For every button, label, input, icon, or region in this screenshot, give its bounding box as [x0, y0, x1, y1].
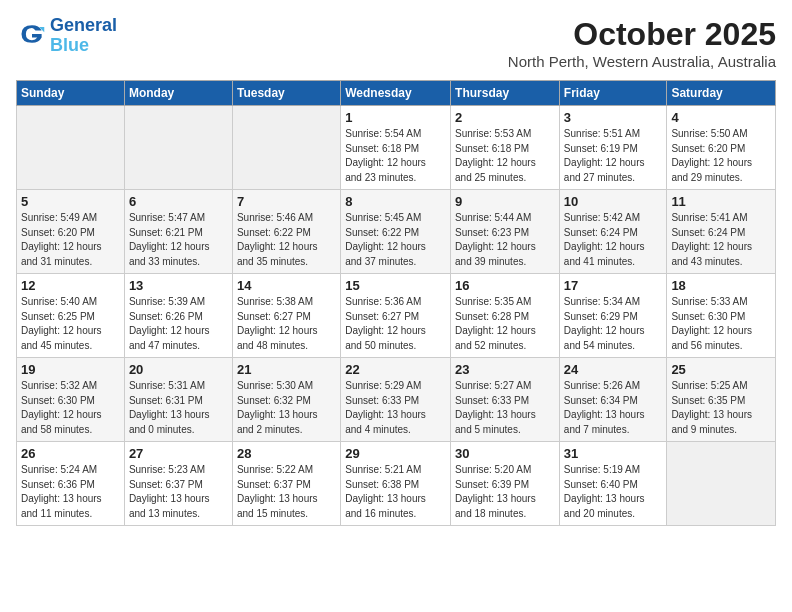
calendar-day-cell — [124, 106, 232, 190]
day-info: Sunrise: 5:20 AM Sunset: 6:39 PM Dayligh… — [455, 463, 555, 521]
day-number: 12 — [21, 278, 120, 293]
weekday-header-saturday: Saturday — [667, 81, 776, 106]
calendar-day-cell: 16Sunrise: 5:35 AM Sunset: 6:28 PM Dayli… — [451, 274, 560, 358]
day-info: Sunrise: 5:27 AM Sunset: 6:33 PM Dayligh… — [455, 379, 555, 437]
day-number: 25 — [671, 362, 771, 377]
day-info: Sunrise: 5:40 AM Sunset: 6:25 PM Dayligh… — [21, 295, 120, 353]
location-title: North Perth, Western Australia, Australi… — [508, 53, 776, 70]
day-number: 21 — [237, 362, 336, 377]
calendar-day-cell — [232, 106, 340, 190]
day-info: Sunrise: 5:35 AM Sunset: 6:28 PM Dayligh… — [455, 295, 555, 353]
day-info: Sunrise: 5:34 AM Sunset: 6:29 PM Dayligh… — [564, 295, 663, 353]
general-blue-icon — [18, 20, 46, 48]
weekday-header-tuesday: Tuesday — [232, 81, 340, 106]
calendar-day-cell: 30Sunrise: 5:20 AM Sunset: 6:39 PM Dayli… — [451, 442, 560, 526]
calendar-day-cell: 31Sunrise: 5:19 AM Sunset: 6:40 PM Dayli… — [559, 442, 667, 526]
day-info: Sunrise: 5:23 AM Sunset: 6:37 PM Dayligh… — [129, 463, 228, 521]
day-info: Sunrise: 5:32 AM Sunset: 6:30 PM Dayligh… — [21, 379, 120, 437]
day-info: Sunrise: 5:22 AM Sunset: 6:37 PM Dayligh… — [237, 463, 336, 521]
day-number: 26 — [21, 446, 120, 461]
day-info: Sunrise: 5:46 AM Sunset: 6:22 PM Dayligh… — [237, 211, 336, 269]
day-number: 20 — [129, 362, 228, 377]
day-info: Sunrise: 5:21 AM Sunset: 6:38 PM Dayligh… — [345, 463, 446, 521]
calendar-day-cell: 17Sunrise: 5:34 AM Sunset: 6:29 PM Dayli… — [559, 274, 667, 358]
calendar-day-cell: 9Sunrise: 5:44 AM Sunset: 6:23 PM Daylig… — [451, 190, 560, 274]
calendar-day-cell — [17, 106, 125, 190]
day-number: 7 — [237, 194, 336, 209]
day-info: Sunrise: 5:50 AM Sunset: 6:20 PM Dayligh… — [671, 127, 771, 185]
calendar-day-cell: 10Sunrise: 5:42 AM Sunset: 6:24 PM Dayli… — [559, 190, 667, 274]
calendar-day-cell: 8Sunrise: 5:45 AM Sunset: 6:22 PM Daylig… — [341, 190, 451, 274]
day-number: 14 — [237, 278, 336, 293]
calendar-day-cell: 15Sunrise: 5:36 AM Sunset: 6:27 PM Dayli… — [341, 274, 451, 358]
day-number: 10 — [564, 194, 663, 209]
calendar-day-cell: 5Sunrise: 5:49 AM Sunset: 6:20 PM Daylig… — [17, 190, 125, 274]
calendar-day-cell: 3Sunrise: 5:51 AM Sunset: 6:19 PM Daylig… — [559, 106, 667, 190]
day-number: 3 — [564, 110, 663, 125]
day-info: Sunrise: 5:44 AM Sunset: 6:23 PM Dayligh… — [455, 211, 555, 269]
calendar-week-row: 26Sunrise: 5:24 AM Sunset: 6:36 PM Dayli… — [17, 442, 776, 526]
logo-text: General Blue — [50, 16, 117, 56]
calendar-day-cell: 12Sunrise: 5:40 AM Sunset: 6:25 PM Dayli… — [17, 274, 125, 358]
day-number: 18 — [671, 278, 771, 293]
weekday-header-row: SundayMondayTuesdayWednesdayThursdayFrid… — [17, 81, 776, 106]
day-info: Sunrise: 5:36 AM Sunset: 6:27 PM Dayligh… — [345, 295, 446, 353]
day-number: 29 — [345, 446, 446, 461]
calendar-day-cell: 18Sunrise: 5:33 AM Sunset: 6:30 PM Dayli… — [667, 274, 776, 358]
calendar-week-row: 5Sunrise: 5:49 AM Sunset: 6:20 PM Daylig… — [17, 190, 776, 274]
calendar-week-row: 19Sunrise: 5:32 AM Sunset: 6:30 PM Dayli… — [17, 358, 776, 442]
day-number: 15 — [345, 278, 446, 293]
day-info: Sunrise: 5:26 AM Sunset: 6:34 PM Dayligh… — [564, 379, 663, 437]
weekday-header-wednesday: Wednesday — [341, 81, 451, 106]
day-number: 11 — [671, 194, 771, 209]
day-number: 9 — [455, 194, 555, 209]
day-info: Sunrise: 5:29 AM Sunset: 6:33 PM Dayligh… — [345, 379, 446, 437]
calendar-day-cell: 21Sunrise: 5:30 AM Sunset: 6:32 PM Dayli… — [232, 358, 340, 442]
day-info: Sunrise: 5:33 AM Sunset: 6:30 PM Dayligh… — [671, 295, 771, 353]
calendar-day-cell: 27Sunrise: 5:23 AM Sunset: 6:37 PM Dayli… — [124, 442, 232, 526]
day-info: Sunrise: 5:39 AM Sunset: 6:26 PM Dayligh… — [129, 295, 228, 353]
weekday-header-friday: Friday — [559, 81, 667, 106]
day-number: 16 — [455, 278, 555, 293]
calendar-week-row: 12Sunrise: 5:40 AM Sunset: 6:25 PM Dayli… — [17, 274, 776, 358]
calendar-day-cell: 1Sunrise: 5:54 AM Sunset: 6:18 PM Daylig… — [341, 106, 451, 190]
day-number: 22 — [345, 362, 446, 377]
calendar-day-cell: 29Sunrise: 5:21 AM Sunset: 6:38 PM Dayli… — [341, 442, 451, 526]
calendar-day-cell: 4Sunrise: 5:50 AM Sunset: 6:20 PM Daylig… — [667, 106, 776, 190]
day-info: Sunrise: 5:19 AM Sunset: 6:40 PM Dayligh… — [564, 463, 663, 521]
calendar-day-cell: 28Sunrise: 5:22 AM Sunset: 6:37 PM Dayli… — [232, 442, 340, 526]
page-header: General Blue October 2025 North Perth, W… — [16, 16, 776, 74]
day-info: Sunrise: 5:49 AM Sunset: 6:20 PM Dayligh… — [21, 211, 120, 269]
title-block: October 2025 North Perth, Western Austra… — [508, 16, 776, 70]
day-info: Sunrise: 5:53 AM Sunset: 6:18 PM Dayligh… — [455, 127, 555, 185]
logo: General Blue — [16, 16, 117, 56]
day-number: 1 — [345, 110, 446, 125]
day-number: 6 — [129, 194, 228, 209]
calendar-day-cell: 7Sunrise: 5:46 AM Sunset: 6:22 PM Daylig… — [232, 190, 340, 274]
calendar-day-cell: 11Sunrise: 5:41 AM Sunset: 6:24 PM Dayli… — [667, 190, 776, 274]
calendar-day-cell: 14Sunrise: 5:38 AM Sunset: 6:27 PM Dayli… — [232, 274, 340, 358]
weekday-header-sunday: Sunday — [17, 81, 125, 106]
day-info: Sunrise: 5:47 AM Sunset: 6:21 PM Dayligh… — [129, 211, 228, 269]
day-number: 23 — [455, 362, 555, 377]
day-info: Sunrise: 5:25 AM Sunset: 6:35 PM Dayligh… — [671, 379, 771, 437]
day-number: 24 — [564, 362, 663, 377]
day-info: Sunrise: 5:30 AM Sunset: 6:32 PM Dayligh… — [237, 379, 336, 437]
calendar-day-cell: 26Sunrise: 5:24 AM Sunset: 6:36 PM Dayli… — [17, 442, 125, 526]
month-title: October 2025 — [508, 16, 776, 53]
day-info: Sunrise: 5:41 AM Sunset: 6:24 PM Dayligh… — [671, 211, 771, 269]
day-info: Sunrise: 5:42 AM Sunset: 6:24 PM Dayligh… — [564, 211, 663, 269]
calendar-day-cell — [667, 442, 776, 526]
day-info: Sunrise: 5:45 AM Sunset: 6:22 PM Dayligh… — [345, 211, 446, 269]
weekday-header-thursday: Thursday — [451, 81, 560, 106]
day-info: Sunrise: 5:51 AM Sunset: 6:19 PM Dayligh… — [564, 127, 663, 185]
day-number: 31 — [564, 446, 663, 461]
calendar-day-cell: 23Sunrise: 5:27 AM Sunset: 6:33 PM Dayli… — [451, 358, 560, 442]
calendar-day-cell: 22Sunrise: 5:29 AM Sunset: 6:33 PM Dayli… — [341, 358, 451, 442]
calendar-table: SundayMondayTuesdayWednesdayThursdayFrid… — [16, 80, 776, 526]
day-number: 19 — [21, 362, 120, 377]
calendar-day-cell: 13Sunrise: 5:39 AM Sunset: 6:26 PM Dayli… — [124, 274, 232, 358]
calendar-day-cell: 20Sunrise: 5:31 AM Sunset: 6:31 PM Dayli… — [124, 358, 232, 442]
calendar-day-cell: 6Sunrise: 5:47 AM Sunset: 6:21 PM Daylig… — [124, 190, 232, 274]
calendar-day-cell: 25Sunrise: 5:25 AM Sunset: 6:35 PM Dayli… — [667, 358, 776, 442]
